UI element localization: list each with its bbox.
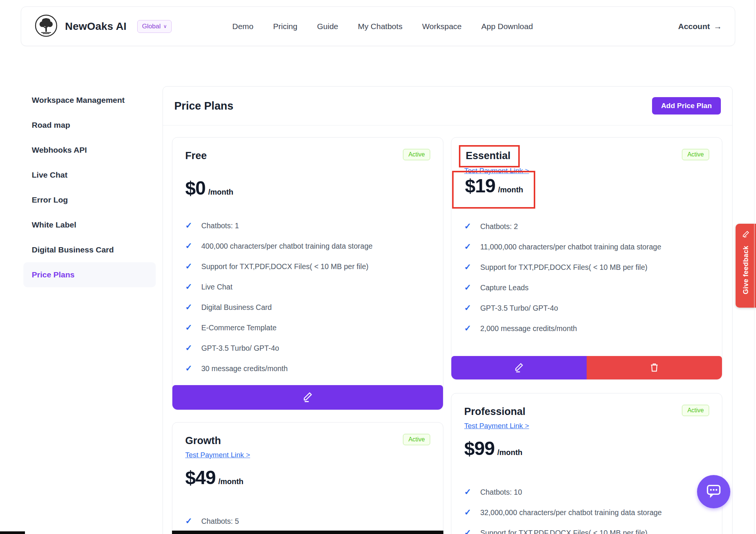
check-icon: ✓ — [185, 364, 192, 373]
panel-header: Price Plans Add Price Plan — [163, 87, 732, 125]
feature-text: GPT-3.5 Turbo/ GPT-4o — [480, 304, 558, 313]
plan-card-professional: Professional Active Test Payment Link > … — [451, 393, 722, 534]
edit-plan-button[interactable] — [451, 356, 587, 379]
check-icon: ✓ — [185, 303, 192, 311]
feature-text: Capture Leads — [480, 283, 528, 292]
feature-row: ✓Chatbots: 10 — [464, 482, 709, 502]
feature-row: ✓Chatbots: 2 — [464, 216, 709, 237]
pencil-icon — [741, 230, 750, 240]
check-icon: ✓ — [185, 283, 192, 291]
feature-row: ✓Live Chat — [185, 277, 430, 297]
top-navigation-bar: NewOaks AI Global ∨ Demo Pricing Guide M… — [21, 6, 735, 46]
feature-row: ✓30 message credits/month — [185, 358, 430, 379]
pencil-icon — [302, 391, 314, 404]
feature-row: ✓Chatbots: 5 — [185, 511, 430, 531]
plan-price: $99/month — [464, 438, 709, 464]
plan-card-essential: Essential Active Test Payment Link > $19… — [451, 137, 722, 380]
nav-demo[interactable]: Demo — [232, 22, 253, 31]
delete-plan-button[interactable] — [587, 356, 722, 379]
feature-text: Chatbots: 1 — [201, 221, 239, 230]
pencil-icon — [513, 362, 525, 374]
chevron-down-icon: ∨ — [163, 23, 167, 29]
plan-name: Essential — [466, 150, 511, 161]
feature-row: ✓E-Commerce Template — [185, 317, 430, 338]
feature-text: 2,000 message credits/month — [480, 324, 577, 333]
feature-text: Chatbots: 2 — [480, 222, 518, 231]
nav-workspace[interactable]: Workspace — [422, 22, 462, 31]
brand-group: NewOaks AI Global ∨ — [34, 14, 172, 39]
sidebar-item-live-chat[interactable]: Live Chat — [23, 163, 156, 187]
plan-card-growth: Growth Active Test Payment Link > $49/mo… — [172, 422, 443, 534]
edit-plan-button[interactable] — [172, 385, 443, 410]
region-label: Global — [142, 23, 161, 30]
check-icon: ✓ — [464, 283, 471, 292]
newoaks-tree-logo-icon — [34, 14, 58, 39]
test-payment-link[interactable]: Test Payment Link > — [185, 450, 250, 460]
sidebar-item-price-plans[interactable]: Price Plans — [23, 262, 156, 287]
sidebar: Workspace Management Road map Webhooks A… — [23, 88, 156, 287]
sidebar-item-white-label[interactable]: White Label — [23, 212, 156, 237]
status-badge: Active — [682, 405, 709, 416]
feature-text: 400,000 characters/per chatbot training … — [201, 242, 372, 251]
annotation-box-price: $19/month — [452, 171, 535, 209]
check-icon: ✓ — [185, 262, 192, 271]
plan-price: $19/month — [465, 187, 523, 193]
chat-bubble-icon — [705, 482, 722, 501]
check-icon: ✓ — [464, 488, 471, 496]
feature-text: E-Commerce Template — [201, 323, 276, 332]
sidebar-item-workspace-management[interactable]: Workspace Management — [23, 88, 156, 113]
feature-text: Chatbots: 10 — [480, 488, 522, 497]
check-icon: ✓ — [464, 508, 471, 517]
page-title: Price Plans — [174, 100, 233, 112]
feature-row: ✓400,000 characters/per chatbot training… — [185, 236, 430, 256]
give-feedback-tab[interactable]: Give feedback — [736, 224, 756, 308]
nav-my-chatbots[interactable]: My Chatbots — [358, 22, 403, 31]
plan-name: Professional — [464, 405, 525, 418]
nav-app-download[interactable]: App Download — [481, 22, 533, 31]
plan-card-free: Free Active $0/month ✓Chatbots: 1✓400,00… — [172, 137, 443, 410]
feature-row: ✓Chatbots: 1 — [185, 215, 430, 236]
feature-list: ✓Chatbots: 2✓11,000,000 characters/per c… — [464, 216, 709, 339]
account-label: Account — [678, 22, 710, 31]
feature-row: ✓Support for TXT,PDF,DOCX Files( < 10 MB… — [464, 523, 709, 534]
check-icon: ✓ — [185, 517, 192, 525]
sidebar-item-digital-business-card[interactable]: Digital Business Card — [23, 237, 156, 262]
right-edge-line — [754, 0, 754, 534]
check-icon: ✓ — [464, 529, 471, 534]
feature-text: Support for TXT,PDF,DOCX Files( < 10 MB … — [480, 529, 647, 534]
feature-row: ✓Digital Business Card — [185, 297, 430, 317]
check-icon: ✓ — [464, 222, 471, 231]
brand-name: NewOaks AI — [65, 20, 127, 33]
check-icon: ✓ — [185, 242, 192, 250]
check-icon: ✓ — [464, 324, 471, 333]
bottom-clip-bar — [172, 531, 443, 534]
feature-row: ✓GPT-3.5 Turbo/ GPT-4o — [464, 298, 709, 318]
nav-pricing[interactable]: Pricing — [273, 22, 297, 31]
feature-text: GPT-3.5 Turbo/ GPT-4o — [201, 344, 279, 353]
trash-icon — [649, 362, 660, 374]
check-icon: ✓ — [464, 243, 471, 251]
feature-row: ✓2,000 message credits/month — [464, 318, 709, 339]
check-icon: ✓ — [464, 263, 471, 271]
annotation-box-title: Essential — [459, 145, 520, 167]
check-icon: ✓ — [185, 221, 192, 230]
region-selector[interactable]: Global ∨ — [137, 20, 172, 33]
sidebar-item-webhooks-api[interactable]: Webhooks API — [23, 138, 156, 163]
feature-text: Live Chat — [201, 283, 232, 291]
plan-actions — [172, 385, 443, 410]
feature-text: Support for TXT,PDF,DOCX Files( < 10 MB … — [480, 263, 647, 272]
test-payment-link[interactable]: Test Payment Link > — [464, 421, 529, 430]
feature-row: ✓Capture Leads — [464, 277, 709, 298]
bottom-corner-bar — [0, 531, 25, 534]
sidebar-item-road-map[interactable]: Road map — [23, 113, 156, 138]
check-icon: ✓ — [185, 323, 192, 332]
chat-widget-button[interactable] — [697, 475, 730, 508]
feature-list: ✓Chatbots: 10✓32,000,000 characters/per … — [464, 482, 709, 534]
feature-list: ✓Chatbots: 1✓400,000 characters/per chat… — [185, 215, 430, 379]
nav-guide[interactable]: Guide — [317, 22, 338, 31]
sidebar-item-error-log[interactable]: Error Log — [23, 187, 156, 212]
status-badge: Active — [403, 434, 430, 445]
check-icon: ✓ — [464, 304, 471, 312]
add-price-plan-button[interactable]: Add Price Plan — [652, 97, 721, 115]
account-menu[interactable]: Account → — [678, 22, 722, 31]
